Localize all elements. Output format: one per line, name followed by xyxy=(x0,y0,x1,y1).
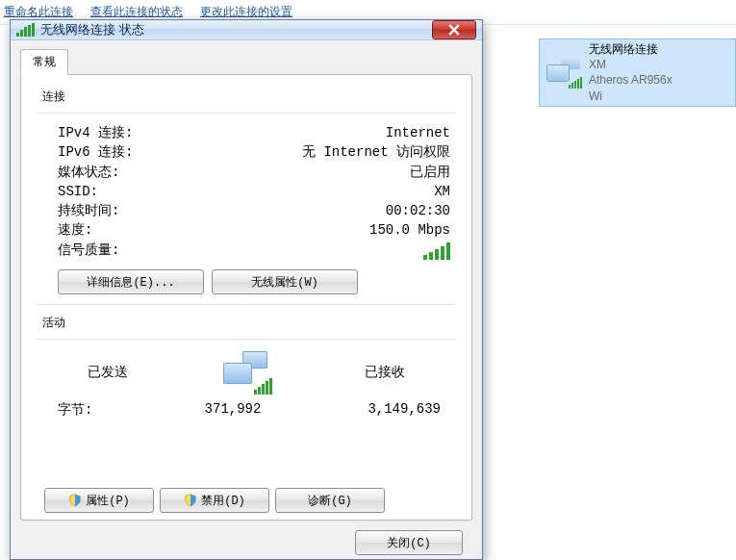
dialog-title: 无线网络连接 状态 xyxy=(40,21,144,38)
menu-view-status[interactable]: 查看此连接的状态 xyxy=(90,4,183,20)
connection-list-item[interactable]: 无线网络连接 XM Atheros AR956x Wi xyxy=(539,38,736,107)
ssid-label: SSID: xyxy=(42,182,183,201)
speed-label: 速度: xyxy=(42,220,183,240)
section-activity: 活动 xyxy=(42,315,450,331)
bytes-sent: 371,992 xyxy=(164,401,302,419)
disable-button[interactable]: 禁用(D) xyxy=(160,488,269,513)
ipv6-value: 无 Internet 访问权限 xyxy=(183,142,450,162)
bytes-label: 字节: xyxy=(42,401,164,419)
connection-adapter: Atheros AR956x Wi xyxy=(589,72,677,103)
signal-quality-label: 信号质量: xyxy=(42,241,183,260)
speed-value: 150.0 Mbps xyxy=(183,220,450,240)
signal-quality-icon xyxy=(423,242,450,260)
wireless-properties-button[interactable]: 无线属性(W) xyxy=(212,269,358,294)
menu-rename[interactable]: 重命名此连接 xyxy=(4,4,73,20)
shield-icon xyxy=(68,494,82,507)
signal-icon xyxy=(16,23,35,37)
connection-name: 无线网络连接 xyxy=(589,41,677,57)
ssid-value: XM xyxy=(183,182,450,201)
connection-ssid: XM xyxy=(589,57,677,72)
media-label: 媒体状态: xyxy=(42,163,183,182)
duration-label: 持续时间: xyxy=(42,201,183,220)
tab-panel: 连接 IPv4 连接:Internet IPv6 连接:无 Internet 访… xyxy=(20,74,472,521)
close-dialog-button[interactable]: 关闭(C) xyxy=(355,530,463,555)
ipv4-label: IPv4 连接: xyxy=(42,123,183,142)
wireless-connection-icon xyxy=(544,54,581,90)
bytes-received: 3,149,639 xyxy=(302,401,450,419)
title-bar[interactable]: 无线网络连接 状态 xyxy=(11,20,482,40)
ipv6-label: IPv6 连接: xyxy=(42,142,183,162)
close-button[interactable] xyxy=(432,20,476,39)
shield-icon xyxy=(184,494,197,507)
sent-label: 已发送 xyxy=(88,364,128,381)
activity-icon xyxy=(217,349,275,395)
close-icon xyxy=(448,24,460,36)
tab-general[interactable]: 常规 xyxy=(20,49,68,75)
duration-value: 00:02:30 xyxy=(183,201,450,220)
media-value: 已启用 xyxy=(183,163,450,182)
section-connection: 连接 xyxy=(42,89,450,105)
properties-button[interactable]: 属性(P) xyxy=(44,488,154,513)
received-label: 已接收 xyxy=(365,364,405,381)
ipv4-value: Internet xyxy=(183,123,450,142)
status-dialog: 无线网络连接 状态 常规 连接 IPv4 连接:Internet IPv6 连接… xyxy=(10,19,483,560)
diagnose-button[interactable]: 诊断(G) xyxy=(275,488,385,513)
details-button[interactable]: 详细信息(E)... xyxy=(58,269,204,294)
menu-change-settings[interactable]: 更改此连接的设置 xyxy=(200,4,292,20)
